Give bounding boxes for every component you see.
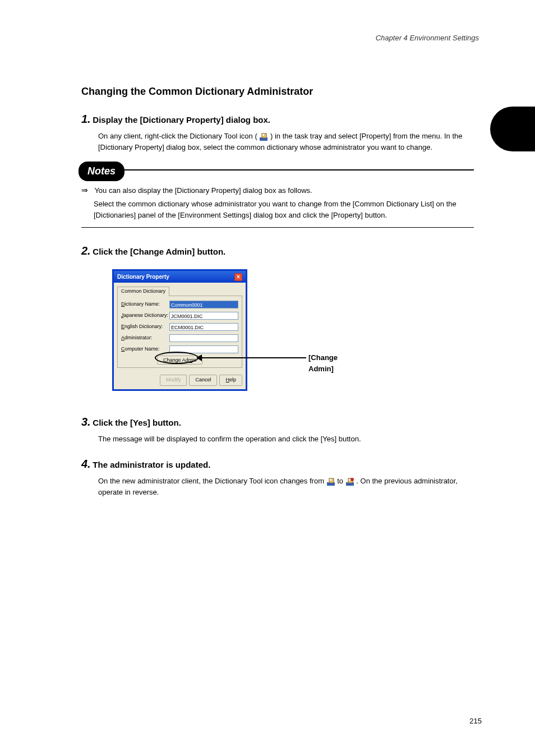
page-content: Changing the Common Dictionary Administr… — [81, 73, 474, 497]
step-3: 3. Click the [Yes] button. The message w… — [81, 413, 474, 445]
tab-common-dictionary[interactable]: Common Dictionary — [117, 287, 169, 296]
step-body: The message will be displayed to confirm… — [98, 434, 474, 445]
dictionary-tray-icon — [259, 132, 268, 141]
step-heading: Click the [Change Admin] button. — [93, 247, 225, 256]
field-english-dictionary[interactable]: ECM0001.DIC — [169, 323, 238, 331]
label-japanese-dictionary: Japanese Dictionary: — [121, 312, 169, 320]
section-title: Changing the Common Dictionary Administr… — [81, 84, 474, 99]
arrow-icon: ⇒ — [81, 186, 88, 195]
change-admin-button[interactable]: Change Admin — [157, 356, 202, 365]
dictionary-tray-icon-admin — [345, 477, 354, 486]
field-administrator[interactable] — [169, 334, 238, 342]
field-japanese-dictionary[interactable]: JCM0001.DIC — [169, 312, 238, 320]
dialog-title: Dictionary Property — [117, 273, 169, 281]
close-icon[interactable]: × — [234, 273, 242, 281]
dialog-screenshot: Dictionary Property × Common Dictionary … — [112, 269, 336, 391]
cancel-button[interactable]: Cancel — [189, 375, 217, 386]
step-heading: Display the [Dictionary Property] dialog… — [93, 115, 270, 125]
annotation-caption: [Change Admin] — [308, 352, 338, 374]
help-button[interactable]: Help — [219, 375, 242, 386]
step-heading: Click the [Yes] button. — [93, 418, 181, 427]
svg-rect-5 — [330, 479, 331, 481]
step4-mid: to — [337, 477, 345, 485]
notes-line1: You can also display the [Dictionary Pro… — [94, 186, 312, 195]
field-dictionary-name[interactable]: Common0001 — [169, 301, 238, 308]
step-number: 1. — [81, 113, 91, 125]
label-dictionary-name: Dictionary Name: — [121, 301, 169, 308]
notes-label: Notes — [79, 162, 124, 181]
dictionary-property-dialog: Dictionary Property × Common Dictionary … — [112, 269, 247, 391]
field-computer-name[interactable] — [169, 345, 238, 353]
step-heading: The administrator is updated. — [93, 460, 210, 469]
annotation-arrow-line — [200, 357, 306, 358]
step-4: 4. The administrator is updated. On the … — [81, 455, 474, 497]
svg-rect-8 — [349, 479, 350, 481]
dialog-titlebar: Dictionary Property × — [114, 271, 246, 283]
step-number: 3. — [81, 416, 91, 428]
step4-prefix: On the new administrator client, the Dic… — [98, 477, 326, 485]
label-english-dictionary: English Dictionary: — [121, 323, 169, 331]
notes-box: Notes ⇒ You can also display the [Dictio… — [81, 169, 474, 228]
svg-point-9 — [350, 478, 354, 481]
notes-line2-prefix: Select the common dictionary whose admin… — [94, 200, 353, 208]
step-body: On the new administrator client, the Dic… — [98, 476, 474, 497]
dictionary-tray-icon — [326, 477, 335, 486]
page-header: Chapter 4 Environment Settings — [376, 34, 479, 42]
step-number: 4. — [81, 458, 91, 470]
svg-rect-2 — [262, 134, 264, 136]
notes-ref: [Common Dictionary List] — [353, 200, 434, 208]
modify-button: Modify — [160, 375, 187, 386]
label-administrator: Administrator: — [121, 334, 169, 342]
step-2: 2. Click the [Change Admin] button. — [81, 242, 474, 259]
step-body: On any client, right-click the Dictionar… — [98, 131, 474, 153]
page-number: 215 — [469, 717, 482, 725]
step-1: 1. Display the [Dictionary Property] dia… — [81, 110, 474, 153]
label-computer-name: Computer Name: — [121, 345, 169, 353]
notes-content: ⇒ You can also display the [Dictionary P… — [81, 185, 474, 220]
step1-sub-prefix: On any client, right-click the Dictionar… — [98, 132, 257, 140]
side-tab — [490, 107, 535, 151]
step-number: 2. — [81, 245, 91, 257]
